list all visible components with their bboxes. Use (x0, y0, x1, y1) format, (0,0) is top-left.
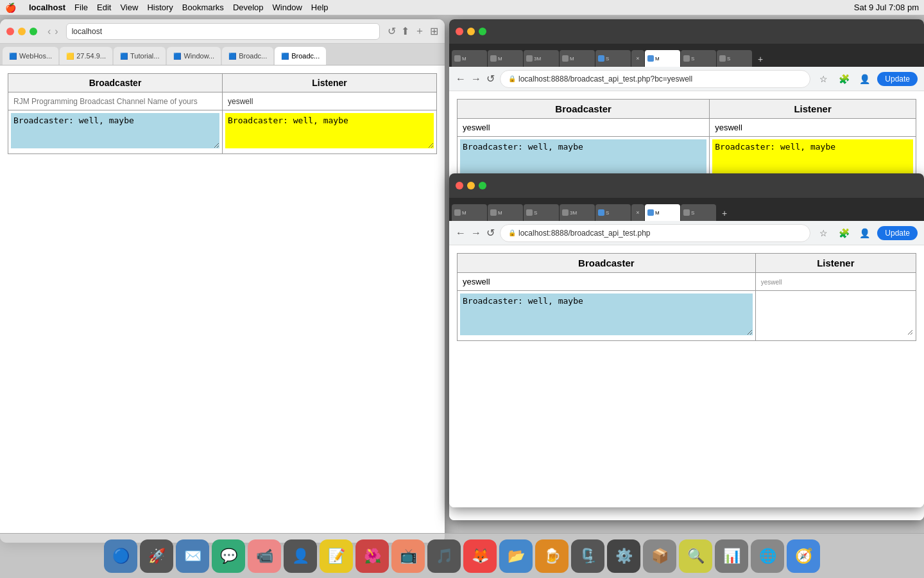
chrome-tab-8[interactable]: S (717, 50, 752, 67)
safari-tab-window[interactable]: 🟦 Window... (167, 47, 221, 65)
chrome-address-bar-bottom[interactable]: 🔒 localhost:8888/broadcast_api_test.php (500, 224, 810, 242)
dock-spotlight-icon[interactable]: 🔍 (679, 539, 712, 573)
chrome-tab-close[interactable]: × (631, 50, 644, 67)
apple-menu-icon[interactable]: 🍎 (5, 3, 16, 13)
chrome-profile-button-bottom[interactable]: 👤 (857, 225, 872, 241)
chrome-minimize-button-top[interactable] (467, 28, 475, 35)
chrome-profile-button[interactable]: 👤 (857, 71, 872, 87)
chrome-bookmark-button[interactable]: ☆ (816, 71, 831, 87)
dock-mail-icon[interactable]: ✉️ (176, 539, 209, 573)
dock-firefox-icon[interactable]: 🦊 (463, 539, 497, 573)
safari-tab-webhost[interactable]: 🟦 WebHos... (3, 47, 58, 65)
dock-facetime-icon[interactable]: 📹 (248, 539, 281, 573)
safari-address-bar[interactable]: localhost (66, 23, 380, 40)
history-menu[interactable]: History (147, 3, 173, 12)
chrome-back-button[interactable]: ← (456, 73, 466, 85)
chrome-update-button[interactable]: Update (877, 72, 918, 86)
window-menu[interactable]: Window (273, 3, 302, 12)
chrome-close-button-top[interactable] (456, 28, 463, 35)
bookmarks-menu[interactable]: Bookmarks (182, 3, 224, 12)
safari-minimize-button[interactable] (18, 28, 26, 35)
broadcaster-message-area[interactable]: Broadcaster: well, maybe (11, 113, 219, 148)
safari-menu[interactable]: localhost (29, 3, 65, 12)
chrome-address-bar-top[interactable]: 🔒 localhost:8888/broadcast_api_test.php?… (500, 70, 810, 88)
safari-tab-overview-button[interactable]: ⊞ (430, 25, 438, 37)
chrome-reload-button[interactable]: ↺ (486, 73, 495, 85)
chrome-tab-7[interactable]: S (681, 50, 716, 67)
chrome-extension-button-bottom[interactable]: 🧩 (836, 225, 851, 241)
dock-beer-icon[interactable]: 🍺 (535, 539, 569, 573)
broadcaster-channel-input[interactable] (11, 96, 219, 107)
chrome-top-broadcaster-input[interactable] (460, 121, 706, 134)
dock-safari-icon[interactable]: 🧭 (787, 539, 820, 573)
chrome-bookmark-button-bottom[interactable]: ☆ (816, 225, 831, 241)
edit-menu[interactable]: Edit (97, 3, 111, 12)
chrome-bottom-listener-textarea[interactable] (758, 293, 913, 335)
chrome-bottom-broadcaster-textarea[interactable]: Broadcaster: well, maybe (460, 293, 753, 335)
chrome-minimize-button-bottom[interactable] (467, 182, 475, 189)
bottom-tab-5[interactable]: S (595, 204, 631, 221)
chrome-maximize-button-bottom[interactable] (479, 182, 486, 189)
chrome-bottom-listener-input[interactable] (758, 277, 913, 287)
file-menu[interactable]: File (74, 3, 88, 12)
safari-tab-tutorial[interactable]: 🟦 Tutorial... (114, 47, 166, 65)
chrome-tab-4[interactable]: M (560, 50, 595, 67)
help-menu[interactable]: Help (311, 3, 329, 12)
chrome-tab-5[interactable]: S (595, 50, 631, 67)
dock-app2-icon[interactable]: 📦 (643, 539, 676, 573)
dock-launchpad-icon[interactable]: 🚀 (140, 539, 173, 573)
bottom-tab-4[interactable]: 3M (560, 204, 595, 221)
dock-chrome-icon[interactable]: 🌐 (751, 539, 784, 573)
safari-share-button[interactable]: ⬆ (401, 25, 409, 37)
develop-menu[interactable]: Develop (233, 3, 264, 12)
new-tab-button[interactable]: + (753, 51, 768, 67)
dock-notes-icon[interactable]: 📝 (320, 539, 353, 573)
chrome-close-button-bottom[interactable] (456, 182, 463, 189)
dock-messages-icon[interactable]: 💬 (212, 539, 245, 573)
safari-forward-button[interactable]: › (55, 26, 58, 37)
listener-message-area[interactable]: Broadcaster: well, maybe (225, 113, 434, 148)
dock-photos-icon[interactable]: 🌺 (355, 539, 389, 573)
safari-maximize-button[interactable] (30, 28, 37, 35)
safari-tab-broadc2[interactable]: 🟦 Broadc... (275, 47, 326, 65)
bottom-tab-1[interactable]: M (452, 204, 487, 221)
chrome-tab-active[interactable]: M (645, 50, 680, 67)
view-menu[interactable]: View (120, 3, 138, 12)
bottom-tab-active[interactable]: M (645, 204, 680, 221)
tab-close-icon: × (636, 55, 639, 62)
chrome-update-button-bottom[interactable]: Update (877, 226, 918, 240)
dock-filezilla-icon[interactable]: 📂 (499, 539, 533, 573)
dock-tv-icon[interactable]: 📺 (391, 539, 425, 573)
chrome-maximize-button-top[interactable] (479, 28, 486, 35)
chrome-extension-button[interactable]: 🧩 (836, 71, 851, 87)
chrome-tab-3[interactable]: 3M (524, 50, 559, 67)
dock-finder-icon[interactable]: 🔵 (104, 539, 137, 573)
dock-actmon-icon[interactable]: 📊 (715, 539, 748, 573)
chrome-reload-button-bottom[interactable]: ↺ (486, 227, 495, 239)
chrome-tab-1[interactable]: M (452, 50, 487, 67)
chrome-forward-button[interactable]: → (471, 73, 481, 85)
bottom-tab2-label: M (498, 210, 502, 216)
bottom-tab-close[interactable]: × (631, 204, 644, 221)
safari-close-button[interactable] (6, 28, 14, 35)
chrome-top-listener-input[interactable] (712, 121, 913, 134)
safari-tab-broadc1[interactable]: 🟦 Broadc... (222, 47, 273, 65)
bottom-tab-2[interactable]: M (488, 204, 523, 221)
dock-betterzip-icon[interactable]: 🗜️ (571, 539, 604, 573)
bottom-new-tab-button[interactable]: + (717, 206, 732, 221)
chrome-tab-2[interactable]: M (488, 50, 523, 67)
datetime: Sat 9 Jul 7:08 pm (854, 3, 919, 12)
dock-music-icon[interactable]: 🎵 (427, 539, 461, 573)
dock-contacts-icon[interactable]: 👤 (284, 539, 317, 573)
listener-channel-input[interactable] (225, 96, 434, 107)
bottom-tab-3[interactable]: S (524, 204, 559, 221)
chrome-bottom-broadcaster-input[interactable] (460, 276, 753, 288)
safari-reload-button[interactable]: ↺ (388, 25, 396, 37)
bottom-tab-7[interactable]: S (681, 204, 716, 221)
safari-tab-ip[interactable]: 🟨 27.54.9... (60, 47, 112, 65)
chrome-forward-button-bottom[interactable]: → (471, 227, 481, 239)
chrome-back-button-bottom[interactable]: ← (456, 227, 466, 239)
safari-back-button[interactable]: ‹ (47, 26, 51, 37)
dock-app1-icon[interactable]: ⚙️ (607, 539, 640, 573)
safari-new-tab-button[interactable]: ＋ (415, 24, 425, 38)
